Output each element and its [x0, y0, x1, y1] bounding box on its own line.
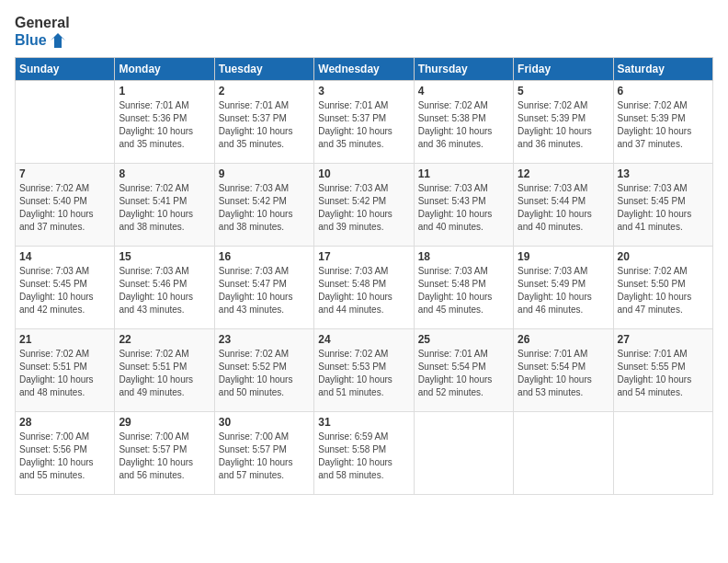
day-detail: Sunrise: 7:01 AMSunset: 5:37 PMDaylight:… — [318, 99, 409, 151]
day-cell — [16, 80, 115, 163]
day-cell: 20Sunrise: 7:02 AMSunset: 5:50 PMDayligh… — [613, 246, 712, 328]
day-detail: Sunrise: 7:01 AMSunset: 5:37 PMDaylight:… — [219, 99, 310, 151]
day-detail: Sunrise: 7:03 AMSunset: 5:47 PMDaylight:… — [219, 265, 310, 316]
day-detail: Sunrise: 7:02 AMSunset: 5:52 PMDaylight:… — [219, 348, 310, 399]
day-detail: Sunrise: 7:03 AMSunset: 5:45 PMDaylight:… — [19, 265, 110, 316]
header-cell-sunday: Sunday — [16, 57, 115, 80]
day-number: 20 — [618, 250, 709, 263]
day-cell: 11Sunrise: 7:03 AMSunset: 5:43 PMDayligh… — [414, 163, 513, 246]
calendar-header: SundayMondayTuesdayWednesdayThursdayFrid… — [16, 57, 713, 80]
day-detail: Sunrise: 7:01 AMSunset: 5:54 PMDaylight:… — [418, 348, 509, 399]
logo: General Blue — [15, 15, 70, 50]
day-number: 18 — [418, 250, 509, 263]
day-number: 2 — [219, 85, 310, 98]
header-cell-saturday: Saturday — [613, 57, 712, 80]
header-cell-thursday: Thursday — [414, 57, 513, 80]
day-cell: 31Sunrise: 6:59 AMSunset: 5:58 PMDayligh… — [314, 411, 414, 494]
day-detail: Sunrise: 6:59 AMSunset: 5:58 PMDaylight:… — [318, 431, 409, 482]
day-detail: Sunrise: 7:03 AMSunset: 5:46 PMDaylight:… — [119, 265, 210, 316]
day-detail: Sunrise: 7:03 AMSunset: 5:42 PMDaylight:… — [318, 182, 409, 234]
day-number: 26 — [518, 333, 609, 346]
day-detail: Sunrise: 7:03 AMSunset: 5:49 PMDaylight:… — [518, 265, 609, 316]
day-number: 1 — [119, 85, 210, 98]
day-cell: 4Sunrise: 7:02 AMSunset: 5:38 PMDaylight… — [414, 80, 513, 163]
day-detail: Sunrise: 7:03 AMSunset: 5:45 PMDaylight:… — [618, 182, 709, 234]
day-detail: Sunrise: 7:03 AMSunset: 5:43 PMDaylight:… — [418, 182, 509, 234]
day-cell: 8Sunrise: 7:02 AMSunset: 5:41 PMDaylight… — [115, 163, 214, 246]
header-cell-monday: Monday — [115, 57, 214, 80]
day-number: 11 — [418, 167, 509, 180]
day-detail: Sunrise: 7:01 AMSunset: 5:54 PMDaylight:… — [518, 348, 609, 399]
day-cell: 12Sunrise: 7:03 AMSunset: 5:44 PMDayligh… — [514, 163, 613, 246]
day-detail: Sunrise: 7:02 AMSunset: 5:41 PMDaylight:… — [119, 182, 210, 234]
day-detail: Sunrise: 7:00 AMSunset: 5:57 PMDaylight:… — [219, 431, 310, 482]
day-cell: 26Sunrise: 7:01 AMSunset: 5:54 PMDayligh… — [514, 328, 613, 411]
day-detail: Sunrise: 7:00 AMSunset: 5:56 PMDaylight:… — [19, 431, 110, 482]
day-cell: 10Sunrise: 7:03 AMSunset: 5:42 PMDayligh… — [314, 163, 414, 246]
day-cell: 9Sunrise: 7:03 AMSunset: 5:42 PMDaylight… — [214, 163, 313, 246]
logo-bird-icon — [49, 31, 67, 50]
week-row-4: 21Sunrise: 7:02 AMSunset: 5:51 PMDayligh… — [16, 328, 713, 411]
day-cell — [414, 411, 513, 494]
day-number: 14 — [19, 250, 110, 263]
day-number: 5 — [518, 85, 609, 98]
day-number: 23 — [219, 333, 310, 346]
day-number: 13 — [618, 167, 709, 180]
day-number: 9 — [219, 167, 310, 180]
day-detail: Sunrise: 7:00 AMSunset: 5:57 PMDaylight:… — [119, 431, 210, 482]
day-detail: Sunrise: 7:02 AMSunset: 5:39 PMDaylight:… — [518, 99, 609, 151]
day-number: 28 — [19, 416, 110, 429]
day-number: 25 — [418, 333, 509, 346]
day-cell: 24Sunrise: 7:02 AMSunset: 5:53 PMDayligh… — [314, 328, 414, 411]
day-cell: 16Sunrise: 7:03 AMSunset: 5:47 PMDayligh… — [214, 246, 313, 328]
day-number: 3 — [318, 85, 409, 98]
day-detail: Sunrise: 7:02 AMSunset: 5:39 PMDaylight:… — [618, 99, 709, 151]
day-detail: Sunrise: 7:03 AMSunset: 5:42 PMDaylight:… — [219, 182, 310, 234]
day-cell: 29Sunrise: 7:00 AMSunset: 5:57 PMDayligh… — [115, 411, 214, 494]
day-number: 19 — [518, 250, 609, 263]
day-number: 24 — [318, 333, 409, 346]
day-number: 16 — [219, 250, 310, 263]
week-row-3: 14Sunrise: 7:03 AMSunset: 5:45 PMDayligh… — [16, 246, 713, 328]
day-cell: 17Sunrise: 7:03 AMSunset: 5:48 PMDayligh… — [314, 246, 414, 328]
day-cell: 7Sunrise: 7:02 AMSunset: 5:40 PMDaylight… — [16, 163, 115, 246]
day-detail: Sunrise: 7:03 AMSunset: 5:48 PMDaylight:… — [418, 265, 509, 316]
day-cell — [514, 411, 613, 494]
day-number: 17 — [318, 250, 409, 263]
svg-marker-0 — [51, 33, 65, 48]
day-number: 12 — [518, 167, 609, 180]
day-detail: Sunrise: 7:02 AMSunset: 5:50 PMDaylight:… — [618, 265, 709, 316]
day-cell: 18Sunrise: 7:03 AMSunset: 5:48 PMDayligh… — [414, 246, 513, 328]
day-number: 29 — [119, 416, 210, 429]
day-detail: Sunrise: 7:03 AMSunset: 5:44 PMDaylight:… — [518, 182, 609, 234]
day-cell: 22Sunrise: 7:02 AMSunset: 5:51 PMDayligh… — [115, 328, 214, 411]
day-cell: 30Sunrise: 7:00 AMSunset: 5:57 PMDayligh… — [214, 411, 313, 494]
day-cell: 15Sunrise: 7:03 AMSunset: 5:46 PMDayligh… — [115, 246, 214, 328]
header-cell-wednesday: Wednesday — [314, 57, 414, 80]
day-detail: Sunrise: 7:02 AMSunset: 5:51 PMDaylight:… — [119, 348, 210, 399]
day-cell: 6Sunrise: 7:02 AMSunset: 5:39 PMDaylight… — [613, 80, 712, 163]
day-cell: 19Sunrise: 7:03 AMSunset: 5:49 PMDayligh… — [514, 246, 613, 328]
day-cell: 14Sunrise: 7:03 AMSunset: 5:45 PMDayligh… — [16, 246, 115, 328]
header-cell-tuesday: Tuesday — [214, 57, 313, 80]
day-cell: 3Sunrise: 7:01 AMSunset: 5:37 PMDaylight… — [314, 80, 414, 163]
day-cell: 23Sunrise: 7:02 AMSunset: 5:52 PMDayligh… — [214, 328, 313, 411]
day-detail: Sunrise: 7:02 AMSunset: 5:51 PMDaylight:… — [19, 348, 110, 399]
day-detail: Sunrise: 7:02 AMSunset: 5:38 PMDaylight:… — [418, 99, 509, 151]
calendar-body: 1Sunrise: 7:01 AMSunset: 5:36 PMDaylight… — [16, 80, 713, 494]
page-header: General Blue — [15, 15, 713, 50]
day-number: 7 — [19, 167, 110, 180]
day-cell: 5Sunrise: 7:02 AMSunset: 5:39 PMDaylight… — [514, 80, 613, 163]
day-detail: Sunrise: 7:02 AMSunset: 5:53 PMDaylight:… — [318, 348, 409, 399]
day-number: 21 — [19, 333, 110, 346]
day-number: 10 — [318, 167, 409, 180]
day-detail: Sunrise: 7:01 AMSunset: 5:55 PMDaylight:… — [618, 348, 709, 399]
day-number: 15 — [119, 250, 210, 263]
day-detail: Sunrise: 7:01 AMSunset: 5:36 PMDaylight:… — [119, 99, 210, 151]
day-number: 4 — [418, 85, 509, 98]
day-cell: 28Sunrise: 7:00 AMSunset: 5:56 PMDayligh… — [16, 411, 115, 494]
day-number: 30 — [219, 416, 310, 429]
header-cell-friday: Friday — [514, 57, 613, 80]
day-detail: Sunrise: 7:03 AMSunset: 5:48 PMDaylight:… — [318, 265, 409, 316]
day-number: 31 — [318, 416, 409, 429]
